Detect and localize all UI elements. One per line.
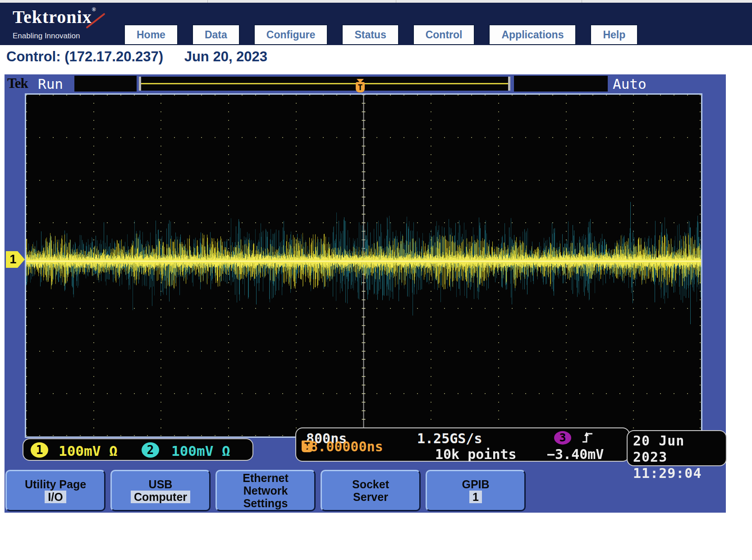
nav-status[interactable]: Status (342, 24, 399, 45)
trigger-delay-value: −8.00000ns (302, 439, 383, 454)
site-header: Tektronix® Enabling Innovation HomeDataC… (0, 3, 752, 45)
trigger-position-marker-top: T (356, 79, 365, 92)
softkey-label: Socket (352, 478, 389, 491)
softkey-label: Computer (131, 491, 190, 503)
datetime-readout: 20 Jun 2023 11:29:04 (627, 430, 727, 466)
trigger-level-readout: −3.40mV (547, 446, 604, 462)
softkey-label: Ethernet (243, 472, 288, 484)
logo-tagline: Enabling Innovation (13, 32, 96, 41)
nav-data[interactable]: Data (192, 24, 240, 45)
main-nav: HomeDataConfigureStatusControlApplicatio… (124, 24, 638, 45)
acquisition-state: Run (38, 76, 63, 92)
waveform-display (25, 93, 702, 438)
softkey-usb-computer[interactable]: USBComputer (110, 470, 211, 511)
channel-readouts: 1 100mV Ω 2 100mV Ω (23, 438, 253, 461)
logo-wordmark: Tektronix® (13, 6, 96, 28)
softkey-label: I/O (45, 491, 66, 503)
softkey-label: Server (353, 491, 388, 503)
nav-applications[interactable]: Applications (489, 24, 576, 45)
record-view-waveform-line (141, 83, 508, 84)
trigger-source-badge: 3 (554, 431, 571, 445)
control-label: Control: (6, 49, 61, 64)
page-date: Jun 20, 2023 (184, 49, 267, 64)
trigger-mode: Auto (613, 76, 647, 92)
message-area-right (514, 76, 608, 92)
softkey-label: 1 (469, 491, 482, 503)
horizontal-trigger-readout: 800ns 1.25GS/s 3 T → ▼ −8.00000ns 10k po… (295, 427, 630, 462)
trigger-slope-icon (581, 431, 594, 446)
waveform-canvas (26, 95, 701, 436)
softkey-label: Network (243, 484, 288, 497)
softkey-gpib[interactable]: GPIB1 (426, 470, 526, 511)
status-message-area (74, 76, 137, 92)
nav-control[interactable]: Control (413, 24, 475, 45)
nav-configure[interactable]: Configure (254, 24, 328, 45)
tektronix-logo: Tektronix® Enabling Innovation (13, 6, 96, 41)
oscilloscope-screen: Tek Run Auto T T 1 1 100mV Ω 2 100mV Ω 8… (5, 74, 726, 513)
registered-mark-icon: ® (92, 6, 96, 13)
record-view-right-bracket-icon (508, 77, 510, 91)
sample-rate-readout: 1.25GS/s (417, 431, 482, 446)
softkey-utility-page-io[interactable]: Utility PageI/O (5, 470, 105, 511)
channel-1-badge: 1 (31, 442, 48, 458)
page-title: Control: (172.17.20.237) Jun 20, 2023 (6, 49, 267, 65)
channel-2-badge: 2 (142, 442, 159, 458)
softkey-socket-server[interactable]: SocketServer (321, 470, 421, 511)
record-length-readout: 10k points (435, 446, 517, 462)
softkey-label: Utility Page (25, 478, 86, 491)
channel-1-position-marker: 1 (6, 251, 25, 268)
softkey-label: USB (149, 478, 173, 491)
softkey-label: GPIB (462, 478, 489, 491)
instrument-ip: (172.17.20.237) (64, 49, 163, 64)
nav-help[interactable]: Help (590, 24, 638, 45)
tek-logo: Tek (7, 75, 28, 92)
channel-2-scale: 100mV Ω (171, 443, 230, 459)
nav-home[interactable]: Home (124, 24, 178, 45)
softkey-ethernet-network-settings[interactable]: EthernetNetworkSettings (216, 470, 316, 511)
channel-1-scale: 100mV Ω (59, 443, 118, 459)
softkey-label: Settings (243, 497, 288, 510)
record-view-bar (139, 77, 510, 91)
trigger-t-icon: T (356, 82, 365, 92)
scope-date: 20 Jun 2023 (633, 433, 726, 465)
softkey-menu: Utility PageI/OUSBComputerEthernetNetwor… (5, 470, 725, 513)
